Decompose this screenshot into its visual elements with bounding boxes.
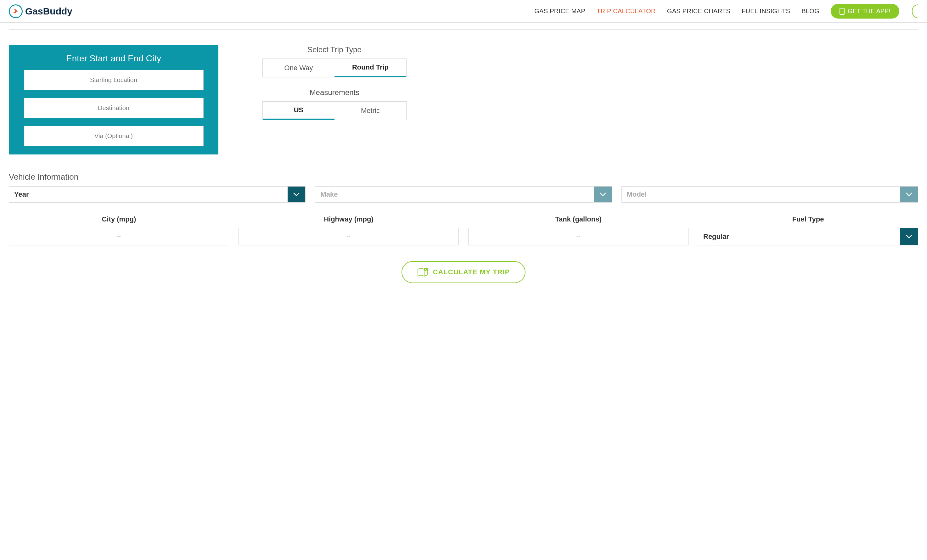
measurements-toggle: US Metric — [263, 101, 407, 120]
city-mpg-input[interactable] — [9, 228, 229, 245]
destination-input[interactable] — [24, 98, 204, 118]
map-pin-icon — [417, 267, 429, 277]
nav-gas-price-map[interactable]: GAS PRICE MAP — [534, 8, 585, 15]
tank-label: Tank (gallons) — [468, 215, 688, 223]
make-select[interactable]: Make — [315, 186, 612, 203]
trip-type-toggle: One Way Round Trip — [263, 59, 407, 77]
content-top-border — [9, 23, 918, 30]
location-panel: Enter Start and End City — [9, 45, 218, 155]
chevron-down-icon — [900, 228, 918, 245]
city-mpg-label: City (mpg) — [9, 215, 229, 223]
highway-mpg-label: Highway (mpg) — [239, 215, 459, 223]
metric-button[interactable]: Metric — [334, 102, 406, 120]
via-input[interactable] — [24, 126, 204, 146]
round-trip-button[interactable]: Round Trip — [334, 59, 406, 77]
svg-point-1 — [842, 13, 842, 14]
year-select[interactable]: Year — [9, 186, 305, 203]
nav-trip-calculator[interactable]: TRIP CALCULATOR — [597, 8, 656, 15]
nav-gas-price-charts[interactable]: GAS PRICE CHARTS — [667, 8, 730, 15]
chevron-down-icon — [900, 187, 918, 202]
location-panel-title: Enter Start and End City — [17, 53, 210, 64]
us-button[interactable]: US — [263, 102, 334, 120]
tank-input[interactable] — [468, 228, 688, 245]
trip-type-label: Select Trip Type — [263, 45, 407, 54]
starting-location-input[interactable] — [24, 70, 204, 90]
account-circle[interactable] — [912, 5, 918, 18]
one-way-button[interactable]: One Way — [263, 59, 334, 77]
nav-blog[interactable]: BLOG — [801, 8, 819, 15]
measurements-label: Measurements — [263, 88, 407, 97]
highway-mpg-input[interactable] — [239, 228, 459, 245]
nav-fuel-insights[interactable]: FUEL INSIGHTS — [742, 8, 790, 15]
nav-links: GAS PRICE MAP TRIP CALCULATOR GAS PRICE … — [534, 4, 918, 18]
fuel-type-select[interactable]: Regular — [698, 228, 918, 245]
chevron-down-icon — [287, 187, 305, 202]
fuel-type-label: Fuel Type — [698, 215, 918, 223]
header-nav: GasBuddy GAS PRICE MAP TRIP CALCULATOR G… — [0, 0, 927, 23]
get-app-button[interactable]: GET THE APP! — [831, 4, 899, 18]
logo[interactable]: GasBuddy — [9, 5, 72, 18]
calculate-trip-button[interactable]: CALCULATE MY TRIP — [401, 261, 526, 283]
chevron-down-icon — [594, 187, 612, 202]
brand-name: GasBuddy — [25, 6, 72, 17]
svg-point-5 — [425, 269, 426, 270]
model-select[interactable]: Model — [622, 186, 918, 203]
gasbuddy-logo-icon — [9, 5, 23, 18]
vehicle-info-title: Vehicle Information — [9, 172, 918, 182]
phone-icon — [839, 8, 845, 15]
